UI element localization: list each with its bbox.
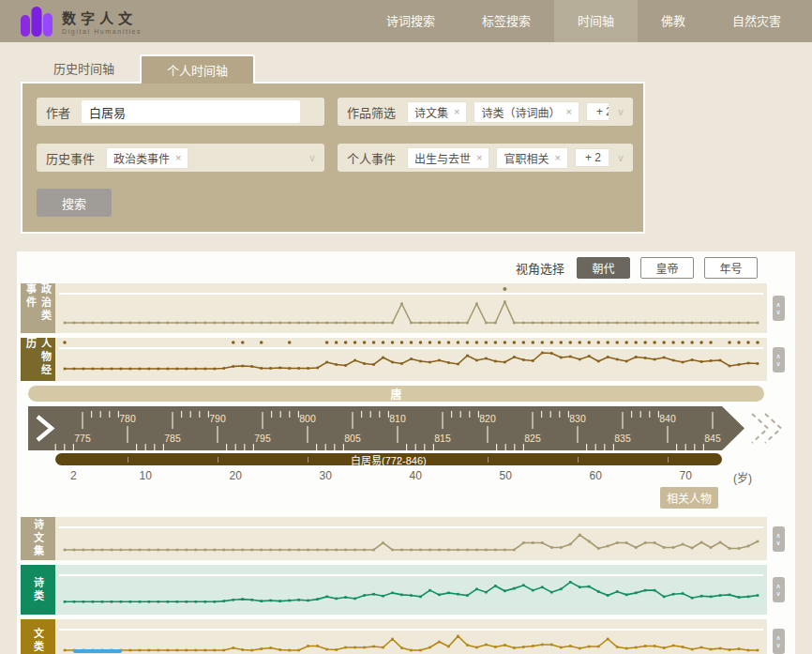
svg-text:835: 835: [614, 433, 631, 444]
tag-list: 出生与去世×官职相关×+ 2: [407, 147, 609, 169]
age-tick-label: 60: [590, 469, 602, 482]
tab[interactable]: 个人时间轴: [140, 54, 255, 84]
personal-events-select[interactable]: 个人事件出生与去世×官职相关×+ 2∨: [338, 144, 633, 172]
chevron-up-icon[interactable]: ∧: [775, 634, 780, 641]
lifespan-tick: [218, 457, 218, 463]
tag-remove-icon[interactable]: ×: [554, 152, 560, 163]
dynasty-bar[interactable]: 唐: [28, 386, 764, 402]
svg-text:825: 825: [524, 433, 541, 444]
lifespan-tick: [488, 457, 489, 463]
svg-text:820: 820: [479, 413, 496, 424]
age-unit-label: (岁): [733, 469, 752, 485]
chart-scroll-control[interactable]: ∧∨: [773, 347, 785, 373]
age-tick-label: 70: [680, 469, 692, 482]
nav-item[interactable]: 佛教: [638, 0, 709, 42]
chart-plot-area: [55, 565, 767, 615]
nav-item[interactable]: 时间轴: [554, 0, 638, 42]
age-tick-label: 20: [230, 469, 242, 482]
author-input[interactable]: [82, 100, 300, 123]
chart-scroll-area: ∧∨: [767, 517, 789, 560]
chevron-up-icon[interactable]: ∧: [775, 583, 780, 589]
lifespan-tick: [668, 457, 669, 463]
chart-scroll-area: ∧∨: [767, 619, 789, 654]
viewpoint-皇帝[interactable]: 皇帝: [640, 257, 694, 279]
chart-row-person-experience: 人物经历∧∨: [21, 338, 789, 381]
lifespan-tick: [398, 457, 398, 463]
dynasty-label: 唐: [390, 386, 401, 402]
chart-row-poetry-category: 诗类∧∨: [21, 565, 789, 615]
horizontal-scrollbar-thumb[interactable]: [73, 649, 122, 653]
main-nav: 诗词搜索标签搜索时间轴佛教自然灾害: [363, 0, 804, 42]
svg-text:785: 785: [164, 433, 181, 444]
svg-text:780: 780: [119, 413, 136, 424]
more-tags-chip[interactable]: + 2: [586, 102, 609, 121]
chevron-down-icon[interactable]: ∨: [617, 106, 624, 118]
chevron-up-icon[interactable]: ∧: [775, 532, 780, 539]
nav-item[interactable]: 自然灾害: [709, 0, 804, 42]
chart-plot-area: [55, 517, 767, 560]
person-lifespan-label: 白居易(772-846): [351, 452, 427, 467]
chart-scroll-area: ∧∨: [767, 338, 789, 381]
related-people-button[interactable]: 相关人物: [660, 487, 718, 509]
tag-remove-icon[interactable]: ×: [175, 152, 181, 163]
year-ruler[interactable]: 7757807857907958008058108158208258308358…: [28, 406, 784, 450]
tag-remove-icon[interactable]: ×: [454, 106, 459, 117]
lifespan-tick: [308, 457, 308, 463]
chevron-up-icon[interactable]: ∧: [775, 301, 780, 308]
svg-text:775: 775: [74, 433, 91, 444]
works-filter-select[interactable]: 作品筛选诗文集×诗类（诗词曲）×+ 2∨: [338, 98, 633, 126]
tag-remove-icon[interactable]: ×: [565, 106, 571, 117]
chart-scroll-control[interactable]: ∧∨: [773, 629, 785, 654]
age-tick-label: 10: [140, 469, 152, 482]
chevron-down-icon[interactable]: ∨: [617, 152, 624, 164]
app-subtitle: Digital Humanities: [62, 28, 142, 35]
f-personal-label: 个人事件: [347, 149, 396, 167]
svg-text:845: 845: [704, 433, 721, 444]
viewpoint-年号[interactable]: 年号: [704, 257, 758, 279]
viewpoint-options: 朝代皇帝年号: [577, 257, 758, 279]
more-tags-chip[interactable]: + 2: [575, 148, 609, 167]
chart-scroll-control[interactable]: ∧∨: [773, 526, 785, 552]
chevron-down-icon[interactable]: ∨: [308, 152, 316, 164]
svg-text:810: 810: [389, 413, 406, 424]
age-tick-label: 40: [410, 469, 422, 482]
chevron-up-icon[interactable]: ∧: [775, 353, 780, 359]
lifespan-tick: [128, 457, 128, 463]
nav-item[interactable]: 标签搜索: [459, 0, 554, 42]
chevron-down-icon[interactable]: ∨: [775, 309, 780, 315]
search-button[interactable]: 搜索: [37, 189, 112, 217]
app-logo[interactable]: 数字人文 Digital Humanities: [21, 7, 142, 37]
chevron-down-icon[interactable]: ∨: [775, 540, 780, 546]
tab[interactable]: 历史时间轴: [28, 54, 140, 84]
history-events-select[interactable]: 历史事件政治类事件×∨: [37, 144, 324, 172]
svg-text:805: 805: [344, 433, 361, 444]
chart-track-label: 诗类: [21, 565, 55, 615]
chevron-down-icon[interactable]: ∨: [775, 642, 780, 648]
chart-plot-area: [55, 338, 767, 381]
chart-scroll-control[interactable]: ∧∨: [773, 577, 785, 602]
chart-track-label: 文类: [21, 619, 55, 654]
filter-tag[interactable]: 出生与去世×: [407, 147, 489, 169]
chart-scroll-area: ∧∨: [767, 565, 789, 615]
filter-tag[interactable]: 诗类（诗词曲）×: [474, 101, 579, 123]
viewpoint-label: 视角选择: [516, 259, 564, 277]
author-label: 作者: [46, 103, 70, 121]
tag-remove-icon[interactable]: ×: [476, 152, 482, 163]
chevron-down-icon[interactable]: ∨: [775, 360, 780, 367]
filter-panel: 作者 作品筛选诗文集×诗类（诗词曲）×+ 2∨ 历史事件政治类事件×∨ 个人事件…: [21, 82, 645, 234]
filter-tag[interactable]: 诗文集×: [407, 101, 467, 123]
chart-scroll-control[interactable]: ∧∨: [773, 296, 785, 321]
filter-tag[interactable]: 官职相关×: [496, 147, 567, 169]
chevron-down-icon[interactable]: ∨: [775, 590, 780, 597]
filter-tag[interactable]: 政治类事件×: [106, 147, 188, 169]
person-lifespan-row: 白居易(772-846): [28, 453, 784, 465]
chart-row-poetry-collection: 诗文集∧∨: [21, 517, 789, 560]
logo-icon: [21, 7, 54, 37]
person-lifespan-bar: 白居易(772-846): [55, 453, 721, 465]
scroll-right-dashed-icon[interactable]: [752, 414, 768, 443]
age-tick-label: 30: [320, 469, 332, 482]
nav-item[interactable]: 诗词搜索: [363, 0, 459, 42]
viewpoint-朝代[interactable]: 朝代: [577, 257, 630, 279]
f-works-label: 作品筛选: [347, 103, 396, 121]
chart-track-label: 人物经历: [21, 338, 55, 381]
